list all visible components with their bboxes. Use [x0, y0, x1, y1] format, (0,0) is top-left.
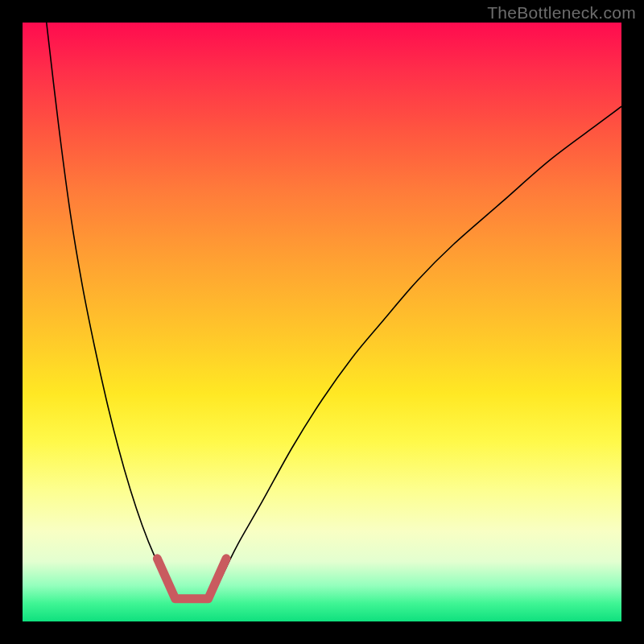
accent-layer [23, 23, 621, 621]
watermark-text: TheBottleneck.com [487, 3, 636, 23]
accent-v-shape [157, 559, 226, 599]
plot-area [23, 23, 621, 621]
